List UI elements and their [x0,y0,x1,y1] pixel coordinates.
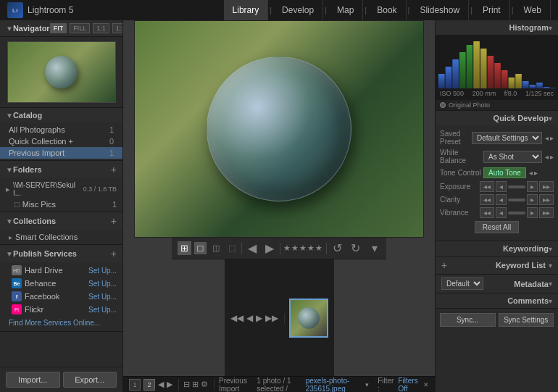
view-toolbar: ⊞ □ ◫ ⬚ ◀ ▶ ★★★★★ ↺ ↻ ▾ [172,238,387,259]
publish-facebook[interactable]: f Facebook Set Up... [0,290,122,303]
publish-behance[interactable]: Be Behance Set Up... [0,277,122,290]
quick-develop-header[interactable]: Quick Develop ▾ [436,111,558,125]
keywording-header[interactable]: Keywording ▾ [436,241,558,256]
filmstrip-next2-btn[interactable]: ▶▶ [265,313,278,323]
wb-btn-right[interactable]: ▸ [550,153,554,161]
vibrance-dec[interactable]: ◂ [496,207,507,218]
exposure-inc-inc[interactable]: ▸▸ [539,181,554,192]
clarity-dec-dec[interactable]: ◂◂ [480,194,494,205]
filename-arrow[interactable]: ▾ [365,381,369,388]
survey-view-btn[interactable]: ⬚ [225,242,238,254]
nav-fit-btn[interactable]: FIT [50,23,67,33]
filter-close-btn[interactable]: ✕ [423,381,429,388]
more-options-btn[interactable]: ▾ [369,240,380,257]
page-2-btn[interactable]: 2 [143,379,155,391]
tab-book[interactable]: Book [368,0,406,20]
publish-flickr[interactable]: Fl Flickr Set Up... [0,303,122,316]
exposure-dec[interactable]: ◂ [496,181,507,192]
photo-viewer[interactable] [134,20,424,238]
catalog-previous-import[interactable]: Previous Import 1 [0,147,122,159]
next-photo-btn[interactable]: ▶ [262,240,277,257]
import-button[interactable]: Import... [6,372,60,388]
behance-setup-btn[interactable]: Set Up... [88,280,117,288]
facebook-setup-btn[interactable]: Set Up... [88,293,117,301]
tab-library[interactable]: Library [224,0,269,20]
tab-slideshow[interactable]: Slideshow [411,0,469,20]
find-more-services-link[interactable]: Find More Services Online... [0,316,122,330]
keyword-list-header[interactable]: + Keyword List ▾ [436,257,558,274]
rotate-cw-btn[interactable]: ↻ [348,240,363,257]
tone-btn-right[interactable]: ▸ [534,169,538,177]
vibrance-inc[interactable]: ▸ [527,207,538,218]
folders-add-btn[interactable]: + [111,164,117,175]
flickr-setup-btn[interactable]: Set Up... [88,306,117,314]
clarity-dec[interactable]: ◂ [496,194,507,205]
folders-header[interactable]: ▼ Folders + [0,161,122,178]
publish-services-add-btn[interactable]: + [111,248,117,259]
thumbnail-size-increase[interactable]: ⊞ [192,380,199,389]
tab-web[interactable]: Web [515,0,551,20]
filmstrip-prev-btn[interactable]: ◀◀ [230,313,243,323]
comments-title: Comments [507,296,549,305]
metadata-header[interactable]: Default Metadata ▾ [436,275,558,293]
filmstrip-next-btn[interactable]: ▶ [256,313,262,323]
histogram-header[interactable]: Histogram ▾ [436,20,558,35]
export-button[interactable]: Export... [63,372,117,388]
grid-view-btn[interactable]: ⊞ [178,241,191,255]
tab-develop[interactable]: Develop [273,0,323,20]
harddrive-setup-btn[interactable]: Set Up... [88,267,117,275]
collections-header[interactable]: ▼ Collections + [0,212,122,230]
saved-preset-btn-left[interactable]: ◂ [545,134,549,142]
publish-harddrive[interactable]: HD Hard Drive Set Up... [0,264,122,277]
wb-btn-left[interactable]: ◂ [545,153,549,161]
tone-btn-left[interactable]: ◂ [529,169,533,177]
thumbnail-size-decrease[interactable]: ⊟ [183,380,190,389]
filmstrip-thumb-1[interactable] [289,299,328,338]
status-bar: 1 2 ◀ ▶ ⊟ ⊞ ⚙ Previous Import 1 photo / … [123,376,435,392]
exposure-dec-dec[interactable]: ◂◂ [480,181,494,192]
exposure-inc[interactable]: ▸ [527,181,538,192]
clarity-inc-inc[interactable]: ▸▸ [539,194,554,205]
collection-smart[interactable]: ▸ Smart Collections [0,231,122,243]
prev-photo-btn[interactable]: ◀ [245,240,259,257]
filmstrip-prev2-btn[interactable]: ◀ [246,313,253,323]
vibrance-inc-inc[interactable]: ▸▸ [539,207,554,218]
metadata-preset-select[interactable]: Default [441,278,483,290]
nav-fill-btn[interactable]: FILL [70,23,90,33]
sync-settings-btn[interactable]: Sync Settings [499,313,554,327]
catalog-header[interactable]: ▼ Catalog [0,108,122,122]
left-panel: ▼ Navigator FIT FILL 1:1 1:1 ▼ Catalog [0,20,123,392]
reset-all-btn[interactable]: Reset All [475,221,519,233]
comments-header[interactable]: Comments ▾ [436,293,558,308]
nav-1to1-btn[interactable]: 1:1 [93,23,109,33]
compare-view-btn[interactable]: ◫ [209,242,222,254]
status-next-btn[interactable]: ▶ [167,380,172,389]
filmstrip-settings[interactable]: ⚙ [201,380,208,389]
catalog-all-photos[interactable]: All Photographs 1 [0,124,122,135]
star-rating[interactable]: ★★★★★ [283,243,323,253]
collections-add-btn[interactable]: + [111,215,117,227]
loupe-view-btn[interactable]: □ [194,242,207,254]
sync-btn[interactable]: Sync... [440,313,496,327]
rotate-ccw-btn[interactable]: ↺ [330,240,345,257]
navigator-header[interactable]: ▼ Navigator FIT FILL 1:1 1:1 [0,20,122,37]
folder-misc-pics[interactable]: □ Misc Pics 1 [0,199,122,210]
vibrance-dec-dec[interactable]: ◂◂ [480,207,494,218]
tab-map[interactable]: Map [328,0,363,20]
nav-zoom-btn[interactable]: 1:1 [112,23,123,33]
navigator-thumbnail[interactable] [7,41,116,103]
status-prev-btn[interactable]: ◀ [158,380,164,389]
folders-section: ▼ Folders + ▸ \\M-SERVER\Sekul I... 0.3 … [0,161,122,212]
saved-preset-select[interactable]: Default Settings [472,132,542,144]
catalog-quick-collection[interactable]: Quick Collection + 0 [0,135,122,147]
page-1-btn[interactable]: 1 [129,379,141,391]
filter-value[interactable]: Filters Off [398,377,419,393]
clarity-inc[interactable]: ▸ [527,194,538,205]
keyword-list-add-btn[interactable]: + [441,259,447,271]
saved-preset-btn-right[interactable]: ▸ [550,134,554,142]
folder-server[interactable]: ▸ \\M-SERVER\Sekul I... 0.3 / 1.8 TB [0,180,122,199]
tab-print[interactable]: Print [474,0,510,20]
auto-tone-btn[interactable]: Auto Tone [483,167,526,178]
publish-services-header[interactable]: ▼ Publish Services + [0,245,122,262]
white-balance-select[interactable]: As Shot [483,151,542,163]
